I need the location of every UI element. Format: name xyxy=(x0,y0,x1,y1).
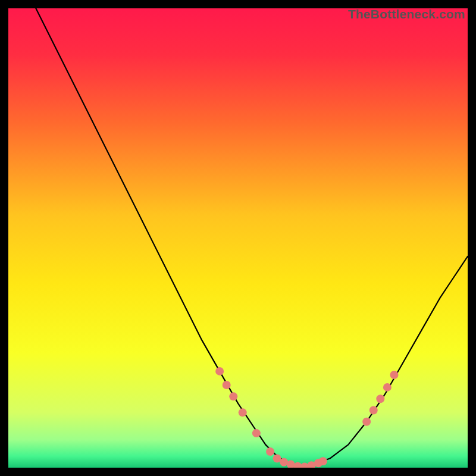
highlight-dot xyxy=(362,418,371,426)
highlight-dot xyxy=(215,367,224,375)
highlight-dot xyxy=(376,394,384,403)
highlight-dot xyxy=(369,406,378,415)
highlight-dot xyxy=(223,381,231,389)
bottleneck-chart xyxy=(8,8,468,468)
highlight-dot xyxy=(252,429,261,437)
highlight-dot xyxy=(390,371,398,379)
watermark-text: TheBottleneck.com xyxy=(348,7,465,21)
highlight-dot xyxy=(229,392,237,400)
highlight-dot xyxy=(319,457,327,465)
highlight-dot xyxy=(383,383,392,392)
highlight-dot xyxy=(266,447,274,456)
chart-frame: TheBottleneck.com xyxy=(8,8,468,468)
highlight-dot xyxy=(239,408,247,416)
chart-background xyxy=(8,8,468,468)
